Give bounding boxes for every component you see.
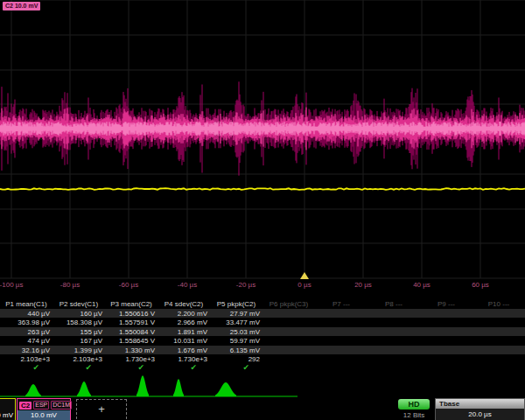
status-check-icon: ✔ xyxy=(158,363,197,372)
measurement-value: 167 µV xyxy=(52,337,102,345)
c2-vertical-scale: 10.0 mV xyxy=(18,410,70,420)
time-tick-label: -100 µs xyxy=(0,281,23,289)
parameter-header-p8[interactable]: P8 --- xyxy=(368,300,420,308)
parameter-header-p7[interactable]: P7 --- xyxy=(315,300,368,308)
time-tick-label: 0 µs xyxy=(298,281,311,289)
measurement-value: 1.399 µV xyxy=(52,346,102,354)
status-check-icon: ✔ xyxy=(210,363,249,372)
bottom-descriptor-bar: C1 DC1M 10.0 mV C2 ESP DC1M 10.0 mV + HD… xyxy=(0,398,525,420)
time-tick-label: 20 µs xyxy=(354,281,372,289)
c2-trace-badge[interactable]: C2 10.0 mV xyxy=(3,2,40,10)
measurement-value: 2.103e+3 xyxy=(0,355,50,363)
channel-descriptor-c1[interactable]: C1 DC1M 10.0 mV xyxy=(0,398,16,420)
measurement-value: 59.97 mV xyxy=(210,337,260,345)
measurement-histicons xyxy=(0,372,315,400)
measurement-value: 363.98 µV xyxy=(0,318,50,326)
c1-vertical-scale: 10.0 mV xyxy=(0,410,15,420)
status-check-icon: ✔ xyxy=(52,363,92,372)
measurement-value: 27.97 mV xyxy=(210,310,260,318)
measurement-value: 25.03 mV xyxy=(210,328,260,336)
measurement-value: 2.200 mV xyxy=(158,310,207,318)
timebase-title: Tbase xyxy=(436,399,524,409)
status-check-icon: ✔ xyxy=(105,363,144,372)
add-trace-button[interactable]: + xyxy=(76,399,127,420)
timebase-descriptor[interactable]: Tbase 20.0 µs xyxy=(435,398,525,420)
parameter-header-p9[interactable]: P9 --- xyxy=(420,300,472,308)
time-axis: -100 µs-80 µs-60 µs-40 µs-20 µs0 µs20 µs… xyxy=(0,280,525,292)
trigger-position-marker[interactable] xyxy=(300,272,309,279)
measurement-table: P1 mean(C1)440 µV363.98 µV263 µV474 µV32… xyxy=(0,299,525,374)
measurement-value: 158.308 µV xyxy=(52,318,102,326)
measurement-value: 1.730e+3 xyxy=(105,355,155,363)
waveform-display[interactable]: C2 10.0 mV xyxy=(0,0,525,280)
channel-descriptor-c2[interactable]: C2 ESP DC1M 10.0 mV xyxy=(17,398,71,420)
c2-coupling: DC1M xyxy=(51,401,72,410)
measurement-value: 440 µV xyxy=(0,310,50,318)
time-tick-label: -40 µs xyxy=(178,281,197,289)
c2-tag-esp: ESP xyxy=(33,401,49,410)
measurement-value: 292 xyxy=(210,355,260,363)
measurement-value: 1.330 mV xyxy=(105,346,155,354)
parameter-header-p2[interactable]: P2 sdev(C1) xyxy=(52,300,105,308)
time-tick-label: -80 µs xyxy=(60,281,80,289)
hd-bits-label: 12 Bits xyxy=(398,411,430,419)
measurement-value: 2.103e+3 xyxy=(52,355,102,363)
measurement-value: 160 µV xyxy=(52,310,102,318)
measurement-value: 32.16 µV xyxy=(0,346,50,354)
measurement-value: 1.550616 V xyxy=(105,310,155,318)
time-tick-label: 40 µs xyxy=(413,281,430,289)
parameter-header-p3[interactable]: P3 mean(C2) xyxy=(105,300,158,308)
measurement-value: 1.550084 V xyxy=(105,328,155,336)
parameter-header-p4[interactable]: P4 sdev(C2) xyxy=(158,300,210,308)
parameter-header-p6[interactable]: P6 pkpk(C3) xyxy=(262,300,315,308)
plus-icon: + xyxy=(98,402,105,416)
measurement-value: 10.031 mV xyxy=(158,337,207,345)
c2-label: C2 xyxy=(19,402,32,410)
parameter-header-p10[interactable]: P10 --- xyxy=(472,300,525,308)
parameter-header-p5[interactable]: P5 pkpk(C2) xyxy=(210,300,262,308)
histicon-peak xyxy=(173,379,184,396)
measurement-value: 1.557591 V xyxy=(105,318,155,326)
measurement-value: 155 µV xyxy=(52,328,102,336)
hd-mode-badge[interactable]: HD xyxy=(398,399,430,410)
measurement-value: 1.891 mV xyxy=(158,328,207,336)
oscilloscope-screen: C2 10.0 mV -100 µs-80 µs-60 µs-40 µs-20 … xyxy=(0,0,525,420)
measurement-value: 1.730e+3 xyxy=(158,355,207,363)
histicon-peak xyxy=(136,375,149,396)
measurement-value: 33.477 mV xyxy=(210,318,260,326)
measurement-value: 2.966 mV xyxy=(158,318,207,326)
time-tick-label: -60 µs xyxy=(119,281,138,289)
time-tick-label: 60 µs xyxy=(472,281,489,289)
histicon-peak xyxy=(215,382,236,396)
measurement-value: 263 µV xyxy=(0,328,50,336)
measurement-value: 6.135 mV xyxy=(210,346,260,354)
parameter-header-p1[interactable]: P1 mean(C1) xyxy=(0,300,52,308)
time-tick-label: -20 µs xyxy=(236,281,256,289)
histicon-peak xyxy=(77,382,91,396)
measurement-value: 1.676 mV xyxy=(158,346,207,354)
waveform-canvas xyxy=(0,0,525,280)
measurement-value: 474 µV xyxy=(0,337,50,345)
histicon-peak xyxy=(25,384,41,396)
timebase-value: 20.0 µs xyxy=(436,409,524,420)
status-check-icon: ✔ xyxy=(0,363,39,372)
measurement-value: 1.558645 V xyxy=(105,337,155,345)
